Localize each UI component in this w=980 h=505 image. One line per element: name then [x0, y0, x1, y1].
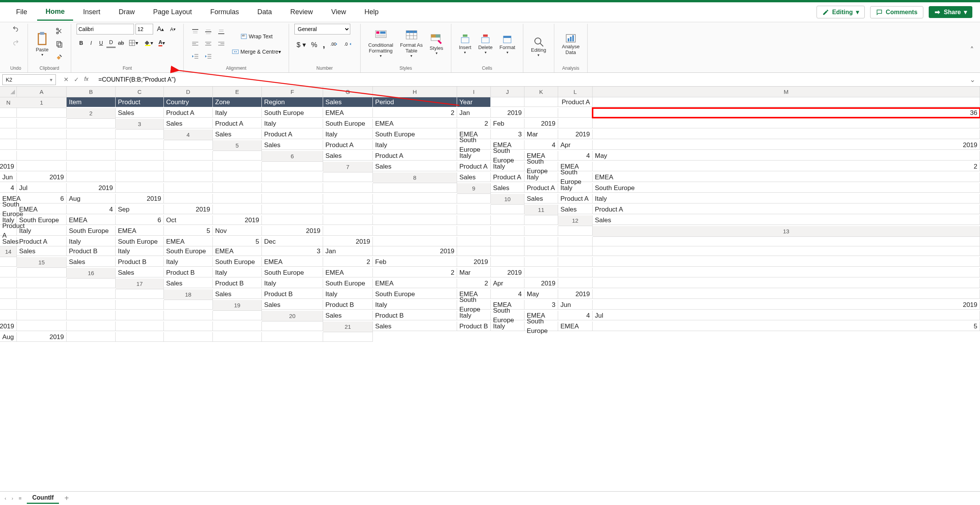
cell[interactable]	[323, 172, 373, 182]
cell[interactable]	[164, 172, 213, 182]
cell[interactable]: 4	[0, 183, 17, 193]
cell[interactable]	[593, 119, 980, 128]
cell[interactable]	[524, 215, 558, 225]
cell[interactable]: EMEA	[373, 279, 457, 288]
cell[interactable]: 2019	[17, 332, 67, 342]
cell[interactable]	[323, 183, 373, 193]
cell[interactable]	[213, 332, 262, 342]
cell[interactable]	[373, 215, 457, 225]
editing-button[interactable]: Editing▾	[529, 35, 549, 59]
cell[interactable]: EMEA	[17, 205, 67, 214]
cell[interactable]: EMEA	[323, 108, 373, 118]
cell[interactable]: 2019	[323, 237, 373, 246]
column-header[interactable]: E	[213, 87, 262, 97]
cell[interactable]	[457, 226, 491, 236]
cell[interactable]	[116, 183, 164, 193]
cell[interactable]: Apr	[491, 279, 524, 288]
font-size-select[interactable]	[136, 24, 153, 34]
column-header[interactable]: B	[67, 87, 116, 97]
cell[interactable]	[164, 140, 213, 150]
cell[interactable]	[491, 215, 524, 225]
cell[interactable]: Product A	[558, 194, 593, 203]
cell[interactable]: EMEA	[373, 119, 457, 128]
cell[interactable]	[0, 108, 17, 118]
cell[interactable]	[17, 289, 67, 299]
cell[interactable]	[67, 130, 116, 139]
cell[interactable]: Sales	[213, 289, 262, 299]
cell[interactable]	[116, 162, 164, 171]
cell[interactable]: South Europe	[116, 237, 164, 246]
cell[interactable]	[67, 332, 116, 342]
cell[interactable]	[457, 205, 491, 214]
cell[interactable]	[213, 311, 262, 320]
cell[interactable]	[213, 321, 262, 331]
double-underline-button[interactable]: D	[106, 38, 116, 48]
cell[interactable]: Product B	[262, 289, 323, 299]
column-header[interactable]: H	[373, 87, 457, 97]
cell[interactable]	[558, 268, 593, 277]
decrease-decimal-button[interactable]: .0	[342, 38, 355, 51]
cell[interactable]	[558, 226, 593, 236]
cell[interactable]: Sales	[491, 183, 524, 193]
cell[interactable]: Jun	[0, 172, 17, 182]
column-header[interactable]: K	[524, 87, 558, 97]
cell[interactable]	[116, 130, 164, 139]
name-box[interactable]: K2 ▾	[2, 74, 56, 85]
cell[interactable]: 2019	[524, 119, 558, 128]
align-right-button[interactable]	[215, 39, 227, 49]
cell[interactable]	[0, 140, 17, 150]
column-header[interactable]: D	[164, 87, 213, 97]
cell[interactable]: Product	[116, 97, 164, 107]
cell[interactable]: Sales	[457, 172, 491, 182]
row-header[interactable]: 18	[164, 289, 213, 300]
cell[interactable]: Sales	[164, 279, 213, 288]
align-center-button[interactable]	[202, 39, 214, 49]
cell[interactable]	[67, 311, 116, 320]
cell[interactable]: 2	[457, 119, 491, 128]
cell[interactable]	[67, 162, 116, 171]
cell[interactable]: Product A	[0, 226, 17, 236]
cell[interactable]: Dec	[262, 237, 323, 246]
cell[interactable]: 5	[593, 321, 980, 331]
column-header[interactable]: M	[593, 87, 980, 97]
cell[interactable]: 2019	[116, 194, 164, 203]
cell[interactable]	[164, 194, 213, 203]
cell[interactable]	[558, 257, 593, 267]
cell[interactable]	[457, 215, 491, 225]
tab-review[interactable]: Review	[282, 4, 321, 20]
cell[interactable]: South Europe	[323, 279, 373, 288]
row-header[interactable]: 1	[17, 97, 67, 108]
cell[interactable]: Product A	[373, 151, 457, 161]
column-header[interactable]: I	[457, 87, 491, 97]
cell[interactable]: Italy	[457, 311, 491, 320]
cell[interactable]: Aug	[0, 332, 17, 342]
cell[interactable]	[0, 130, 17, 139]
cell[interactable]: Jul	[17, 183, 67, 193]
bold-button[interactable]: B	[77, 38, 86, 48]
wrap-text-button[interactable]: abWrap Text	[230, 31, 283, 41]
cell[interactable]: South Europe	[373, 289, 457, 299]
cell[interactable]	[67, 151, 116, 161]
cell[interactable]	[67, 279, 116, 288]
cell[interactable]: Mar	[457, 268, 491, 277]
cell[interactable]	[373, 226, 457, 236]
cell[interactable]: 2019	[491, 108, 524, 118]
cell[interactable]: South Europe	[262, 268, 323, 277]
cell[interactable]	[262, 205, 323, 214]
cell[interactable]	[116, 300, 164, 310]
cell[interactable]: Country	[164, 97, 213, 107]
cell[interactable]: Italy	[593, 194, 980, 203]
cell[interactable]: Sales	[262, 140, 323, 150]
tab-formulas[interactable]: Formulas	[202, 4, 247, 20]
cell[interactable]: Italy	[457, 151, 491, 161]
tab-draw[interactable]: Draw	[110, 4, 143, 20]
cell[interactable]: Item	[67, 97, 116, 107]
cell[interactable]	[213, 172, 262, 182]
cell[interactable]: Sales	[262, 300, 323, 310]
cell[interactable]: Sales	[524, 194, 558, 203]
cell[interactable]: Sales	[116, 268, 164, 277]
cell-styles-button[interactable]: Styles ▾	[427, 31, 445, 57]
cell[interactable]	[593, 246, 980, 256]
cell[interactable]: Mar	[524, 130, 558, 139]
underline-button[interactable]: U	[96, 38, 106, 48]
